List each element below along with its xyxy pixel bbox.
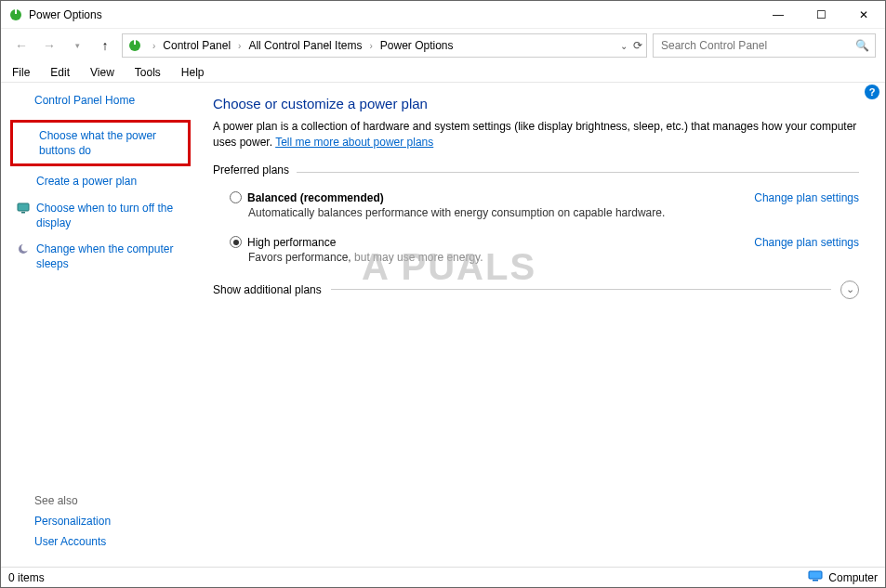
sidebar-item-computer-sleeps[interactable]: Change when the computer sleeps <box>16 242 189 271</box>
window-controls: — ☐ ✕ <box>757 1 885 29</box>
chevron-right-icon: › <box>234 41 245 51</box>
refresh-button[interactable]: ⟳ <box>633 39 642 52</box>
moon-icon <box>16 242 31 256</box>
chevron-down-icon[interactable]: ⌄ <box>840 281 859 299</box>
sidebar-item-turn-off-display[interactable]: Choose when to turn off the display <box>16 201 189 230</box>
svg-rect-3 <box>134 40 136 45</box>
learn-more-link[interactable]: Tell me more about power plans <box>275 136 433 149</box>
change-plan-settings-link[interactable]: Change plan settings <box>754 191 859 204</box>
help-icon[interactable]: ? <box>865 85 879 99</box>
menu-view[interactable]: View <box>86 64 118 81</box>
maximize-button[interactable]: ☐ <box>800 1 842 29</box>
sidebar-item-power-buttons[interactable]: Choose what the power buttons do <box>10 120 191 166</box>
svg-rect-8 <box>809 571 822 579</box>
page-description: A power plan is a collection of hardware… <box>213 119 859 150</box>
window-title: Power Options <box>29 8 102 21</box>
plan-balanced: Balanced (recommended) Change plan setti… <box>230 191 859 219</box>
status-bar: 0 items Computer <box>1 567 885 587</box>
svg-rect-4 <box>18 203 29 211</box>
power-options-icon <box>126 37 143 54</box>
back-button[interactable]: ← <box>10 34 33 57</box>
section-label: Preferred plans <box>213 163 289 176</box>
svg-point-7 <box>21 243 29 251</box>
search-icon[interactable]: 🔍 <box>855 39 869 52</box>
forward-button[interactable]: → <box>38 34 60 57</box>
menu-file[interactable]: File <box>8 64 33 81</box>
menu-help[interactable]: Help <box>178 64 208 81</box>
svg-rect-5 <box>21 212 25 214</box>
search-box[interactable]: 🔍 <box>653 33 876 58</box>
blank-icon <box>19 128 33 143</box>
see-also-label: See also <box>34 494 111 507</box>
see-also-user-accounts[interactable]: User Accounts <box>34 535 111 548</box>
plan-name: High performance <box>247 236 336 249</box>
power-options-icon <box>8 7 23 22</box>
sidebar-item-label: Choose what the power buttons do <box>39 128 182 158</box>
breadcrumb[interactable]: All Control Panel Items <box>246 38 364 53</box>
menu-edit[interactable]: Edit <box>46 64 73 81</box>
plan-radio-high-performance[interactable] <box>230 236 242 248</box>
status-item-count: 0 items <box>8 571 45 584</box>
blank-icon <box>16 174 31 189</box>
plan-name: Balanced (recommended) <box>247 191 384 204</box>
sidebar-item-label: Choose when to turn off the display <box>36 201 189 230</box>
plan-description: Favors performance, but may use more ene… <box>248 251 859 264</box>
plan-radio-balanced[interactable] <box>230 191 242 203</box>
page-title: Choose or customize a power plan <box>213 96 859 111</box>
change-plan-settings-link[interactable]: Change plan settings <box>754 236 859 249</box>
chevron-right-icon: › <box>149 41 159 51</box>
control-panel-home-link[interactable]: Control Panel Home <box>34 94 189 107</box>
recent-dropdown[interactable]: ▾ <box>66 34 88 57</box>
plan-description: Automatically balances performance with … <box>248 206 859 219</box>
sidebar-item-label: Change when the computer sleeps <box>36 242 189 271</box>
minimize-button[interactable]: — <box>757 1 800 29</box>
title-bar: Power Options — ☐ ✕ <box>1 1 885 29</box>
computer-icon <box>808 570 823 584</box>
plan-high-performance: High performance Change plan settings Fa… <box>230 236 859 264</box>
sidebar-item-create-plan[interactable]: Create a power plan <box>16 174 189 189</box>
show-additional-label: Show additional plans <box>213 283 322 296</box>
svg-rect-9 <box>813 580 818 581</box>
breadcrumb[interactable]: Control Panel <box>161 38 232 53</box>
sidebar: Control Panel Home Choose what the power… <box>1 83 198 567</box>
divider <box>331 289 831 290</box>
nav-bar: ← → ▾ ↑ › Control Panel › All Control Pa… <box>1 29 885 62</box>
see-also-personalization[interactable]: Personalization <box>34 515 111 528</box>
menu-bar: File Edit View Tools Help <box>1 62 885 83</box>
breadcrumb[interactable]: Power Options <box>378 38 456 53</box>
content-pane: ? Choose or customize a power plan A pow… <box>198 83 885 567</box>
see-also-section: See also Personalization User Accounts <box>34 494 111 555</box>
svg-rect-1 <box>15 9 17 14</box>
status-location: Computer <box>828 571 878 584</box>
address-bar[interactable]: › Control Panel › All Control Panel Item… <box>122 33 647 58</box>
close-button[interactable]: ✕ <box>842 1 885 29</box>
sidebar-item-label: Create a power plan <box>36 174 137 189</box>
menu-tools[interactable]: Tools <box>131 64 165 81</box>
preferred-plans-header: Preferred plans <box>213 163 859 182</box>
address-dropdown[interactable]: ⌄ <box>620 41 628 51</box>
search-input[interactable] <box>659 38 836 53</box>
divider <box>297 172 859 173</box>
monitor-icon <box>16 201 31 216</box>
show-additional-plans[interactable]: Show additional plans ⌄ <box>213 281 859 299</box>
up-button[interactable]: ↑ <box>94 34 116 57</box>
chevron-right-icon: › <box>365 41 376 51</box>
